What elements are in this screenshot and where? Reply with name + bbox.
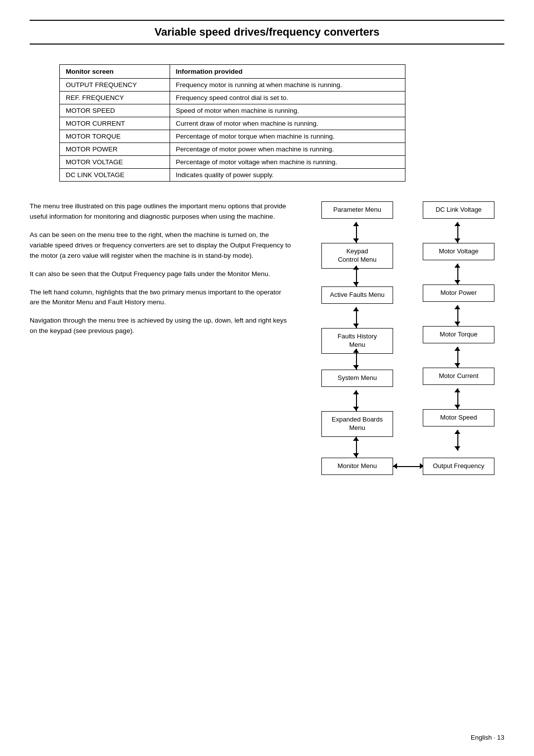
table-cell-info: Percentage of motor torque when machine … [170,130,405,143]
node-motor-speed: Motor Speed [423,409,494,426]
table-cell-info: Frequency motor is running at when machi… [170,79,405,92]
table-cell-screen: REF. FREQUENCY [60,92,170,104]
monitor-table-section: Monitor screen Information provided OUTP… [59,64,504,182]
node-dc-link-voltage: DC Link Voltage [423,201,494,219]
node-motor-current: Motor Current [423,368,494,385]
table-cell-screen: OUTPUT FREQUENCY [60,79,170,92]
paragraph: Navigation through the menu tree is achi… [30,316,292,336]
table-cell-info: Percentage of motor voltage when machine… [170,156,405,169]
content-section: The menu tree illustrated on this page o… [30,201,504,548]
text-column: The menu tree illustrated on this page o… [30,201,292,548]
table-cell-screen: DC LINK VOLTAGE [60,169,170,182]
table-row: OUTPUT FREQUENCYFrequency motor is runni… [60,79,405,92]
node-expanded-boards-menu: Expanded BoardsMenu [321,411,393,437]
page-footer: English · 13 [471,734,504,741]
table-cell-screen: MOTOR SPEED [60,104,170,117]
table-cell-screen: MOTOR POWER [60,143,170,156]
node-output-frequency: Output Frequency [423,458,494,475]
monitor-table: Monitor screen Information provided OUTP… [59,64,405,182]
table-cell-info: Percentage of motor power when machine i… [170,143,405,156]
table-cell-screen: MOTOR VOLTAGE [60,156,170,169]
diagram-column: Parameter Menu KeypadControl Menu Active… [307,201,504,548]
node-system-menu: System Menu [321,370,393,387]
col1-header: Monitor screen [60,65,170,79]
table-row: MOTOR VOLTAGEPercentage of motor voltage… [60,156,405,169]
page-title: Variable speed drives/frequency converte… [30,20,504,45]
paragraph: It can also be seen that the Output Freq… [30,269,292,280]
node-motor-torque: Motor Torque [423,326,494,343]
node-motor-voltage: Motor Voltage [423,243,494,260]
paragraph: The left hand column, highlights that th… [30,287,292,308]
table-row: MOTOR TORQUEPercentage of motor torque w… [60,130,405,143]
table-cell-info: Indicates quality of power supply. [170,169,405,182]
col2-header: Information provided [170,65,405,79]
node-keypad-control-menu: KeypadControl Menu [321,243,393,269]
table-cell-info: Frequency speed control dial is set to. [170,92,405,104]
menu-tree: Parameter Menu KeypadControl Menu Active… [307,201,494,548]
table-cell-screen: MOTOR TORQUE [60,130,170,143]
node-parameter-menu: Parameter Menu [321,201,393,219]
table-cell-screen: MOTOR CURRENT [60,117,170,130]
table-row: MOTOR CURRENTCurrent draw of motor when … [60,117,405,130]
node-monitor-menu: Monitor Menu [321,458,393,475]
table-row: DC LINK VOLTAGEIndicates quality of powe… [60,169,405,182]
paragraph: The menu tree illustrated on this page o… [30,201,292,222]
paragraph: As can be seen on the menu tree to the r… [30,230,292,261]
node-motor-power: Motor Power [423,284,494,302]
node-active-faults-menu: Active Faults Menu [321,286,393,304]
table-row: REF. FREQUENCYFrequency speed control di… [60,92,405,104]
table-row: MOTOR SPEEDSpeed of motor when machine i… [60,104,405,117]
table-row: MOTOR POWERPercentage of motor power whe… [60,143,405,156]
table-cell-info: Speed of motor when machine is running. [170,104,405,117]
table-cell-info: Current draw of motor when machine is ru… [170,117,405,130]
